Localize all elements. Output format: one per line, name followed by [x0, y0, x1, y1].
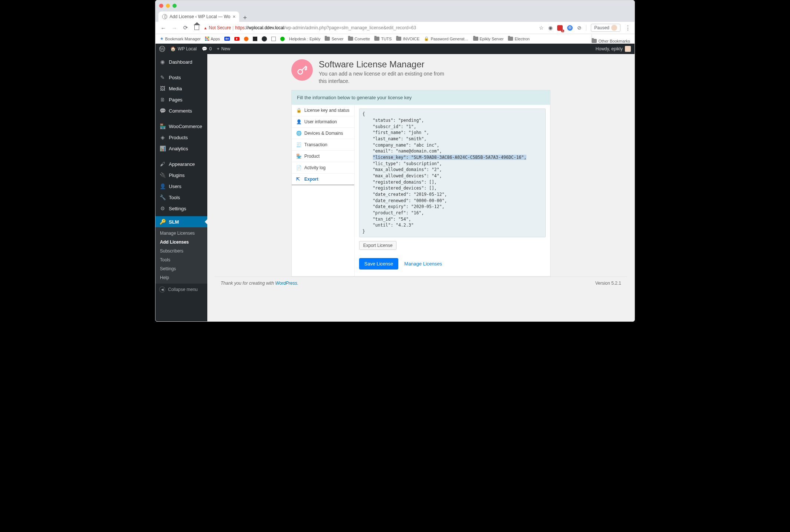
bookmark-box[interactable] [271, 37, 276, 41]
submenu-manage[interactable]: Manage Licenses [155, 229, 207, 238]
window-minimize[interactable] [166, 4, 170, 8]
header-text: Software License Manager You can add a n… [319, 59, 452, 85]
bookmark-password[interactable]: 🔒Password Generat… [424, 36, 468, 41]
bookmark-epikly-server[interactable]: Epikly Server [473, 37, 504, 41]
tab-activity[interactable]: 📄Activity log [292, 162, 354, 174]
tab-bar: Add License ‹ WP Local — Wo × + [155, 11, 635, 22]
extension-icon[interactable]: ⦿ [567, 25, 573, 31]
side-tabs: 🔒License key and status 👤User informatio… [292, 105, 355, 276]
wp-admin-bar: 🏠 WP Local 💬 0 + New Howdy, epikly [155, 44, 635, 54]
menu-woocommerce[interactable]: 🏪WooCommerce [155, 121, 207, 132]
menu-tools[interactable]: 🔧Tools [155, 192, 207, 203]
tab-export[interactable]: ⇱Export [292, 174, 354, 185]
menu-media[interactable]: 🖾Media [155, 83, 207, 94]
reload-button[interactable]: ⟳ [181, 24, 190, 31]
wp-footer: Thank you for creating with WordPress. V… [215, 277, 627, 290]
bookmark-apps[interactable]: Apps [205, 37, 220, 41]
store-icon: 🏪 [296, 154, 301, 159]
wp-body: ◉Dashboard ✎Posts 🖾Media 🗎Pages 💬Comment… [155, 54, 635, 321]
traffic-lights [159, 4, 177, 8]
browser-tab[interactable]: Add License ‹ WP Local — Wo × [158, 11, 239, 22]
bookmark-invoice[interactable]: INVOICE [396, 37, 419, 41]
bookmark-helpdesk[interactable]: Helpdesk : Epikly [289, 37, 320, 41]
bookmark-server[interactable]: Server [325, 37, 343, 41]
avatar-icon [611, 25, 617, 31]
action-row: Save License Manage Licenses [359, 258, 546, 270]
save-license-button[interactable]: Save License [359, 258, 398, 270]
window-zoom[interactable] [173, 4, 177, 8]
user-icon: 👤 [296, 119, 301, 124]
menu-plugins[interactable]: 🔌Plugins [155, 170, 207, 181]
bookmark-electron[interactable]: Electron [508, 37, 529, 41]
bookmark-tuts[interactable]: TUTS [374, 37, 392, 41]
menu-products[interactable]: ◈Products [155, 132, 207, 143]
globe-icon [162, 14, 167, 19]
wp-version: Version 5.2.1 [595, 281, 621, 286]
star-icon[interactable]: ☆ [539, 25, 544, 31]
profile-paused[interactable]: Paused [591, 24, 620, 32]
menu-posts[interactable]: ✎Posts [155, 72, 207, 83]
window-close[interactable] [159, 4, 163, 8]
menu-dashboard[interactable]: ◉Dashboard [155, 56, 207, 67]
menu-appearance[interactable]: 🖌Appearance [155, 158, 207, 170]
collapse-menu[interactable]: ◀Collapse menu [155, 284, 207, 295]
notice: Fill the information below to generate y… [292, 90, 550, 105]
avatar-icon [625, 46, 631, 52]
block-icon[interactable]: ⊘ [577, 25, 582, 31]
home-button[interactable] [193, 25, 201, 31]
other-bookmarks[interactable]: Other Bookmarks [592, 34, 630, 43]
submenu-subscribers[interactable]: Subscribers [155, 247, 207, 255]
receipt-icon: 🧾 [296, 142, 301, 147]
menu-users[interactable]: 👤Users [155, 181, 207, 192]
submenu-help[interactable]: Help [155, 273, 207, 282]
bookmark-manager[interactable]: ★Bookmark Manager [160, 36, 201, 41]
wp-logo[interactable] [159, 46, 165, 52]
menu-pages[interactable]: 🗎Pages [155, 94, 207, 105]
page-subtitle: You can add a new license or edit an exi… [319, 70, 452, 85]
bookmark-orange[interactable] [244, 37, 248, 41]
bookmarks-bar: ★Bookmark Manager Apps Bē Helpdesk : Epi… [155, 34, 635, 44]
bookmark-youtube[interactable] [234, 37, 240, 41]
menu-settings[interactable]: ⚙Settings [155, 203, 207, 214]
tab-devices[interactable]: 🌐Devices & Domains [292, 128, 354, 139]
submenu-settings[interactable]: Settings [155, 264, 207, 273]
new-tab-button[interactable]: + [239, 14, 251, 22]
back-button[interactable]: ← [159, 25, 167, 31]
manage-licenses-link[interactable]: Manage Licenses [404, 261, 442, 267]
bookmark-corvette[interactable]: Corvette [348, 37, 370, 41]
bookmark-behance[interactable]: Bē [224, 37, 230, 41]
export-icon: ⇱ [296, 177, 301, 182]
camera-icon[interactable]: ◉ [548, 25, 553, 31]
bookmark-green[interactable] [280, 37, 285, 41]
bookmark-github[interactable] [262, 36, 267, 41]
slm-submenu: Manage Licenses Add Licenses Subscribers… [155, 227, 207, 284]
content-area: Software License Manager You can add a n… [207, 54, 635, 321]
new-link[interactable]: + New [217, 46, 230, 51]
url-field[interactable]: Not Secure | https://wplocal.ddev.local/… [204, 25, 416, 30]
tab-product[interactable]: 🏪Product [292, 151, 354, 162]
license-card: Fill the information below to generate y… [291, 90, 550, 276]
menu-icon[interactable]: ⋮ [625, 24, 631, 31]
admin-menu: ◉Dashboard ✎Posts 🖾Media 🗎Pages 💬Comment… [155, 54, 207, 321]
tab-transaction[interactable]: 🧾Transaction [292, 139, 354, 151]
ublock-icon[interactable]: 1 [557, 25, 563, 31]
submenu-add[interactable]: Add Licenses [155, 238, 207, 247]
menu-slm[interactable]: 🔑SLM [155, 216, 207, 227]
submenu-tools[interactable]: Tools [155, 255, 207, 264]
menu-comments[interactable]: 💬Comments [155, 105, 207, 116]
bookmark-dark[interactable] [253, 37, 257, 41]
wordpress-link[interactable]: WordPress [275, 281, 297, 286]
tab-user-info[interactable]: 👤User information [292, 116, 354, 128]
wp-admin: 🏠 WP Local 💬 0 + New Howdy, epikly ◉Dash… [155, 44, 635, 321]
site-link[interactable]: 🏠 WP Local [170, 46, 197, 51]
menu-analytics[interactable]: 📊Analytics [155, 143, 207, 154]
tab-license-key[interactable]: 🔒License key and status [292, 105, 354, 116]
license-json-output[interactable]: { "status": "pending", "subscr_id": "1",… [359, 108, 546, 237]
forward-button[interactable]: → [170, 25, 178, 31]
comments-link[interactable]: 💬 0 [202, 46, 212, 51]
export-license-button[interactable]: Export License [359, 241, 396, 250]
globe-icon: 🌐 [296, 131, 301, 136]
close-icon[interactable]: × [232, 14, 235, 20]
howdy[interactable]: Howdy, epikly [596, 46, 631, 52]
svg-point-1 [298, 70, 303, 74]
